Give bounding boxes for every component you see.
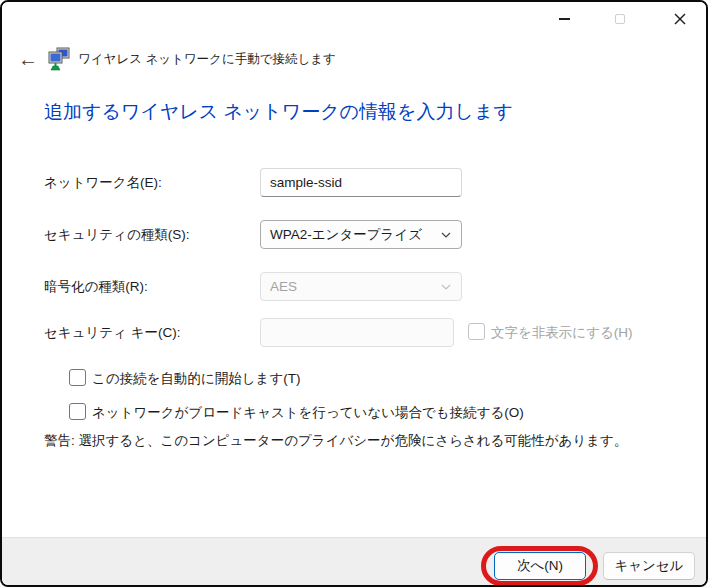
hide-characters-label: 文字を非表示にする(H) [491,324,633,342]
start-automatically-checkbox[interactable] [69,369,86,386]
close-button[interactable] [660,6,700,32]
security-key-input [260,318,454,347]
security-key-label: セキュリティ キー(C): [44,324,180,342]
security-type-label: セキュリティの種類(S): [44,226,189,244]
connect-not-broadcasting-label: ネットワークがブロードキャストを行っていない場合でも接続する(O) [92,404,524,422]
security-type-dropdown[interactable]: WPA2-エンタープライズ [260,220,462,249]
maximize-button [600,6,640,32]
chevron-down-icon [440,229,452,241]
close-icon [674,13,686,25]
hide-characters-checkbox [468,323,485,340]
encryption-type-dropdown: AES [260,272,462,301]
start-automatically-label: この接続を自動的に開始します(T) [92,370,300,388]
network-computers-icon [48,47,70,71]
network-name-label: ネットワーク名(E): [44,174,162,192]
next-button[interactable]: 次へ(N) [494,552,586,580]
cancel-button[interactable]: キャンセル [603,552,695,580]
connect-not-broadcasting-checkbox[interactable] [69,403,86,420]
security-type-value: WPA2-エンタープライズ [270,226,422,244]
nav-row: ← ワイヤレス ネットワークに手動で接続します [2,42,706,76]
chevron-down-icon [440,281,452,293]
dialog-title: ワイヤレス ネットワークに手動で接続します [78,51,336,68]
maximize-icon [615,14,625,24]
titlebar [2,2,706,36]
encryption-type-value: AES [270,279,297,294]
back-button[interactable]: ← [15,49,41,69]
page-heading: 追加するワイヤレス ネットワークの情報を入力します [44,99,513,125]
footer-bar: 次へ(N) キャンセル [2,537,706,585]
network-name-input[interactable] [260,168,462,197]
privacy-warning-text: 警告: 選択すると、このコンピューターのプライバシーが危険にさらされる可能性があ… [44,432,627,450]
minimize-icon [559,18,570,20]
wizard-dialog-window: ← ワイヤレス ネットワークに手動で接続します 追加するワイヤレス ネットワーク… [0,0,708,587]
minimize-button[interactable] [544,6,584,32]
encryption-type-label: 暗号化の種類(R): [44,278,148,296]
